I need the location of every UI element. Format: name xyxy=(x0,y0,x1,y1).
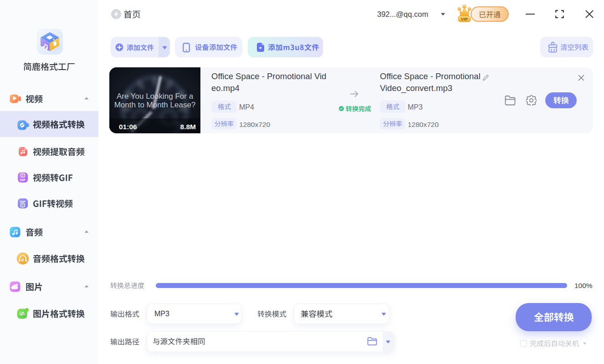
svg-text:GIF: GIF xyxy=(20,178,26,182)
svg-text:GIF: GIF xyxy=(20,200,26,204)
svg-text:VIP: VIP xyxy=(461,16,468,21)
svg-text:Are You Looking For a: Are You Looking For a xyxy=(117,92,194,101)
svg-text:01:06: 01:06 xyxy=(119,123,137,131)
svg-text:8.8M: 8.8M xyxy=(180,123,196,131)
svg-text:Month to Month Lease?: Month to Month Lease? xyxy=(114,101,196,109)
